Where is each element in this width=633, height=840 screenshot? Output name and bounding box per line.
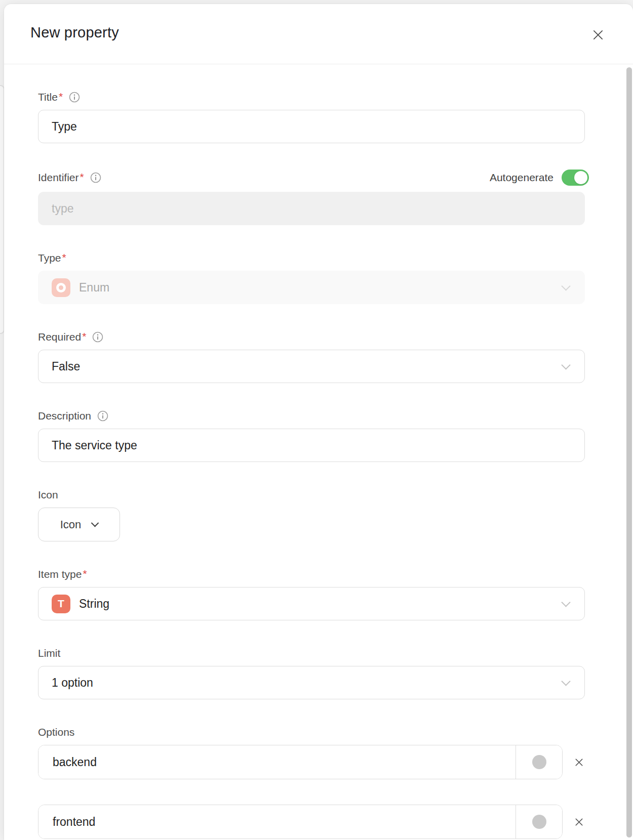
- info-icon[interactable]: [92, 331, 103, 343]
- required-marker: *: [82, 330, 86, 343]
- item-type-label: Item type: [38, 568, 82, 581]
- info-icon[interactable]: [90, 172, 101, 183]
- option-group: [38, 805, 563, 839]
- item-type-select[interactable]: T String: [38, 587, 585, 620]
- icon-dropdown-button[interactable]: Icon: [38, 508, 120, 541]
- description-label: Description: [38, 409, 91, 423]
- chevron-down-icon: [561, 677, 570, 686]
- option-input[interactable]: [38, 805, 516, 838]
- chevron-down-icon: [561, 281, 570, 290]
- required-marker: *: [83, 568, 87, 580]
- limit-label: Limit: [38, 647, 60, 660]
- info-icon[interactable]: [69, 92, 80, 103]
- required-marker: *: [62, 251, 66, 264]
- autogenerate-label: Autogenerate: [490, 172, 553, 184]
- close-icon: [573, 757, 585, 768]
- remove-option-button[interactable]: [569, 752, 589, 772]
- close-button[interactable]: [589, 26, 607, 44]
- modal-title: New property: [30, 24, 607, 41]
- autogenerate-control: Autogenerate: [490, 170, 589, 186]
- autogenerate-toggle[interactable]: [562, 170, 589, 186]
- limit-select-value: 1 option: [52, 676, 93, 690]
- modal-body: Title* Identifier* Autogenerate: [4, 64, 633, 840]
- description-input[interactable]: [38, 429, 585, 462]
- required-select[interactable]: False: [38, 350, 585, 383]
- item-type-select-value: String: [79, 597, 109, 611]
- icon-label: Icon: [38, 488, 58, 501]
- chevron-down-icon: [561, 360, 570, 369]
- remove-option-button[interactable]: [569, 812, 589, 832]
- field-title: Title*: [38, 91, 589, 143]
- field-description: Description: [38, 409, 589, 462]
- close-icon: [591, 28, 605, 42]
- type-select[interactable]: Enum: [38, 271, 585, 304]
- required-marker: *: [59, 91, 63, 103]
- toggle-knob: [574, 171, 587, 184]
- option-input[interactable]: [38, 745, 516, 779]
- title-label: Title: [38, 91, 58, 104]
- modal-header: New property: [4, 4, 633, 64]
- limit-select[interactable]: 1 option: [38, 666, 585, 699]
- type-label: Type: [38, 251, 61, 265]
- field-required: Required* False: [38, 330, 589, 383]
- enum-icon: [52, 278, 70, 297]
- color-swatch-icon: [532, 815, 546, 829]
- field-type: Type* Enum: [38, 251, 589, 304]
- icon-dropdown-label: Icon: [60, 518, 82, 531]
- field-icon: Icon Icon: [38, 488, 589, 541]
- option-row: [38, 805, 589, 839]
- field-options: Options: [38, 726, 589, 839]
- chevron-down-icon: [91, 519, 99, 527]
- option-color-button[interactable]: [516, 745, 562, 779]
- option-group: [38, 745, 563, 779]
- field-limit: Limit 1 option: [38, 647, 589, 699]
- required-label: Required: [38, 330, 81, 344]
- field-identifier: Identifier* Autogenerate: [38, 170, 589, 225]
- new-property-modal: New property Title* Identifier*: [4, 4, 633, 840]
- option-color-button[interactable]: [516, 805, 562, 838]
- type-select-value: Enum: [79, 281, 109, 295]
- required-select-value: False: [52, 360, 80, 373]
- title-input[interactable]: [38, 110, 585, 143]
- scrollbar-thumb[interactable]: [626, 67, 632, 837]
- color-swatch-icon: [532, 755, 546, 769]
- string-type-icon: T: [52, 595, 70, 613]
- close-icon: [573, 816, 585, 828]
- identifier-label: Identifier: [38, 171, 79, 184]
- required-marker: *: [80, 171, 84, 183]
- identifier-input[interactable]: [38, 192, 585, 225]
- chevron-down-icon: [561, 598, 570, 607]
- field-item-type: Item type* T String: [38, 568, 589, 620]
- info-icon[interactable]: [97, 410, 108, 422]
- options-label: Options: [38, 726, 74, 739]
- option-row: [38, 745, 589, 779]
